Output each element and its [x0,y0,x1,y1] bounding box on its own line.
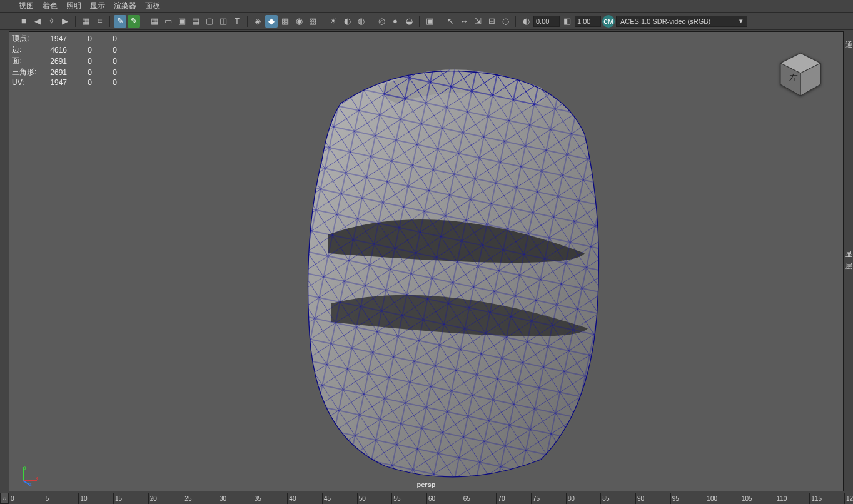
poly-count-hud: 顶点: 1947 0 0 边: 4616 0 0 面: 2691 0 0 [12,33,131,88]
ruler-tick: 30 [218,493,226,504]
separator [75,16,76,27]
view-cube[interactable]: 左 [775,49,825,99]
menu-renderer[interactable]: 渲染器 [114,1,136,11]
film-back-icon[interactable]: ▭ [162,15,174,28]
motion-blur-icon[interactable]: ◎ [375,15,388,28]
wire-on-shade-icon[interactable]: ▨ [306,15,319,28]
color-management-dropdown[interactable]: ACES 1.0 SDR-video (sRGB) ▾ [616,16,747,27]
menu-view[interactable]: 视图 [19,1,34,11]
xray-joint-icon[interactable]: ↔ [458,15,470,28]
separator [323,16,323,27]
separator [247,16,248,27]
ruler-tick: 15 [113,493,122,504]
grid-icon[interactable]: ▦ [148,15,161,28]
xray-comp-icon[interactable]: ⇲ [472,15,484,28]
time-slider[interactable]: ‹› 0510152025303540455055606570758085909… [0,493,853,504]
camera-name-label: persp [9,481,843,488]
film-gate-icon[interactable]: ⌗ [93,15,106,28]
aa-icon[interactable]: ◒ [403,15,415,28]
shadows-icon[interactable]: ◐ [341,15,353,28]
next-key-icon[interactable]: ▶ [59,15,71,28]
panel-toolbar: ■ ◀ ✧ ▶ ▦ ⌗ ✎ ✎ ▦ ▭ ▣ ▤ ▢ ◫ T ◈ ◆ ▩ ◉ ▨ … [0,13,853,30]
mesh-object[interactable] [272,59,622,485]
xray-icon[interactable]: ↖ [444,15,457,28]
smooth-shade-icon[interactable]: ◆ [265,15,278,28]
ruler-tick: 5 [44,493,49,504]
ruler-tick: 0 [9,493,14,504]
ruler-tick: 100 [705,493,717,504]
ao-icon[interactable]: ◍ [355,15,367,28]
ruler-tick: 45 [322,493,331,504]
select-camera-icon[interactable]: ■ [18,15,30,28]
gamma-icon[interactable]: ◧ [561,15,573,28]
shade-edge-icon[interactable]: ✎ [128,15,140,28]
snap-grid-icon[interactable]: ⊞ [485,15,498,28]
snap-curve-icon[interactable]: ◌ [499,15,512,28]
anim-layer-tab[interactable]: 层 [845,261,852,271]
use-all-lights-icon[interactable]: ☀ [327,15,340,28]
safe-title-icon[interactable]: ◫ [217,15,230,28]
ruler-tick: 60 [426,493,435,504]
dof-icon[interactable]: ● [389,15,401,28]
shade-vertex-icon[interactable]: ✎ [114,15,126,28]
wireframe-icon[interactable]: ◈ [251,15,264,28]
resolution-gate-icon[interactable]: T [231,15,243,28]
bookmark-icon[interactable]: ✧ [45,15,58,28]
gamma-field[interactable]: 1.00 [575,16,601,27]
separator [109,16,110,27]
ruler-tick: 95 [670,493,679,504]
stat-row-tris: 三角形: 2691 0 0 [12,67,131,78]
separator [371,16,371,27]
separator [144,16,144,27]
stat-row-faces: 面: 2691 0 0 [12,56,131,67]
ruler-tick: 40 [287,493,296,504]
separator [419,16,420,27]
textured-icon[interactable]: ▩ [279,15,291,28]
menu-panels[interactable]: 面板 [145,1,160,11]
exposure-field[interactable]: 0.00 [533,16,560,27]
separator [515,16,516,27]
prev-key-icon[interactable]: ◀ [31,15,44,28]
safe-action-icon[interactable]: ▢ [203,15,216,28]
ruler-tick: 120 [844,493,853,504]
right-dock: 通 显 层 [844,30,853,493]
panel-menubar: 视图 着色 照明 显示 渲染器 面板 [0,0,853,13]
viewcube-face-label: 左 [789,73,798,83]
menu-shading[interactable]: 着色 [43,1,58,11]
light-shade-icon[interactable]: ◉ [293,15,305,28]
channel-box-tab[interactable]: 通 [845,40,852,49]
exposure-icon[interactable]: ◐ [520,15,532,28]
stat-row-verts: 顶点: 1947 0 0 [12,33,131,44]
color-mgmt-value: ACES 1.0 SDR-video (sRGB) [620,18,710,25]
field-chart-icon[interactable]: ▤ [189,15,202,28]
ruler-tick: 55 [391,493,400,504]
image-plane-icon[interactable]: ▦ [79,15,92,28]
ruler-tick: 65 [462,493,470,504]
chevron-down-icon: ▾ [739,17,743,25]
display-layer-tab[interactable]: 显 [845,249,852,259]
ruler-tick: 75 [531,493,540,504]
stat-row-edges: 边: 4616 0 0 [12,44,131,56]
ruler-tick: 110 [775,493,787,504]
svg-text:x: x [36,476,38,480]
time-slider-handle[interactable]: ‹› [0,493,9,504]
gate-mask-icon[interactable]: ▣ [176,15,188,28]
ruler-tick: 20 [148,493,157,504]
ruler-tick: 10 [78,493,87,504]
menu-show[interactable]: 显示 [90,1,105,11]
ruler-tick: 80 [566,493,575,504]
ruler-tick: 70 [496,493,505,504]
ruler-tick: 50 [357,493,366,504]
color-mgmt-toggle-icon[interactable]: cм [602,15,615,28]
stat-row-uvs: UV: 1947 0 0 [12,78,131,88]
ruler-tick: 90 [635,493,644,504]
svg-text:y: y [24,465,27,470]
ruler-tick: 105 [740,493,752,504]
viewport-persp[interactable]: 顶点: 1947 0 0 边: 4616 0 0 面: 2691 0 0 [9,31,844,491]
menu-lighting[interactable]: 照明 [66,1,81,11]
ruler-tick: 25 [183,493,191,504]
isolate-select-icon[interactable]: ▣ [423,15,436,28]
separator [440,16,440,27]
ruler-tick: 35 [253,493,261,504]
workspace: 顶点: 1947 0 0 边: 4616 0 0 面: 2691 0 0 [0,30,853,493]
